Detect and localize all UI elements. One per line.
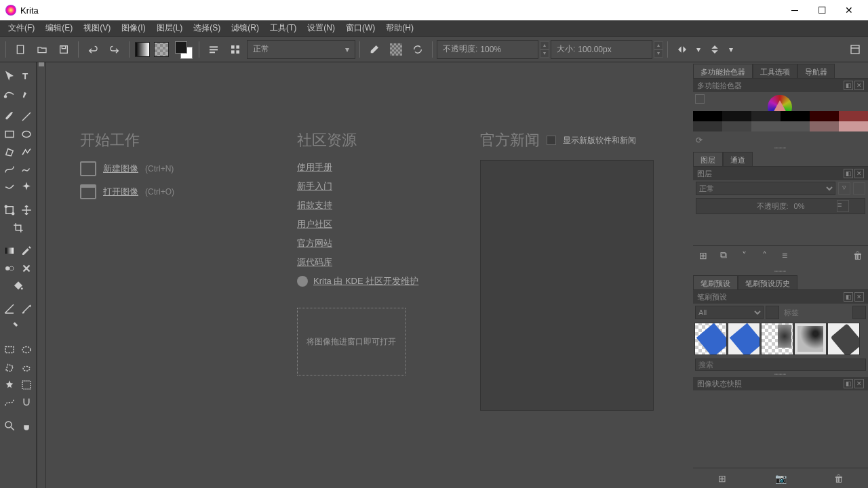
open-image-item[interactable]: 打开图像 (Ctrl+O) xyxy=(80,184,256,199)
dock-float-button[interactable]: ◧ xyxy=(844,379,853,388)
mirror-v-button[interactable] xyxy=(705,39,725,60)
opacity-spinner[interactable]: ▴▾ xyxy=(540,41,549,58)
left-scrollbar[interactable] xyxy=(37,62,46,488)
dock-float-button[interactable]: ◧ xyxy=(844,81,853,90)
dock-close-button[interactable]: ✕ xyxy=(854,169,864,178)
tool-bezier[interactable] xyxy=(1,161,18,178)
tool-select-rect[interactable] xyxy=(1,342,18,358)
tab-brush-history[interactable]: 笔刷预设历史 xyxy=(738,275,797,289)
tool-freehand-path[interactable] xyxy=(19,161,35,178)
tab-tool-options[interactable]: 工具选项 xyxy=(753,64,797,78)
size-slider[interactable]: 大小:100.00px xyxy=(551,40,652,59)
layer-filter-icon[interactable]: ▿ xyxy=(838,182,850,195)
dock-close-button[interactable]: ✕ xyxy=(854,292,864,302)
layer-opacity-slider[interactable]: 不透明度:0% ≡ xyxy=(696,198,865,214)
mirror-h-dropdown[interactable]: ▾ xyxy=(694,39,703,60)
new-file-button[interactable] xyxy=(10,39,31,60)
brush-storage-icon[interactable] xyxy=(852,306,866,319)
drop-zone[interactable]: 将图像拖进窗口即可打开 xyxy=(297,308,406,375)
layer-down-button[interactable]: ˅ xyxy=(738,249,750,262)
dock-close-button[interactable]: ✕ xyxy=(854,379,864,388)
tool-fill[interactable] xyxy=(10,278,26,294)
menu-edit[interactable]: 编辑(E) xyxy=(40,20,78,36)
tool-zoom[interactable] xyxy=(1,418,18,434)
layer-menu-icon[interactable]: ≡ xyxy=(837,200,849,212)
link-kde[interactable]: Krita 由 KDE 社区开发维护 xyxy=(313,275,418,287)
tool-transform[interactable] xyxy=(1,202,18,218)
duplicate-layer-button[interactable]: ⧉ xyxy=(717,249,730,262)
workspace-button[interactable] xyxy=(845,39,865,60)
menu-view[interactable]: 视图(V) xyxy=(78,20,116,36)
brush-tag-filter[interactable]: All xyxy=(695,306,764,319)
tab-channels[interactable]: 通道 xyxy=(723,152,753,166)
tool-line[interactable] xyxy=(19,108,35,125)
brush-preset-thumb[interactable] xyxy=(694,323,727,355)
tool-select-freehand[interactable] xyxy=(19,359,35,375)
menu-window[interactable]: 窗口(W) xyxy=(340,20,380,36)
redo-button[interactable] xyxy=(104,39,125,60)
link-website[interactable]: 官方网站 xyxy=(297,237,439,249)
brush-search-input[interactable] xyxy=(695,359,866,371)
color-list-icon[interactable] xyxy=(695,94,705,104)
mirror-v-dropdown[interactable]: ▾ xyxy=(726,39,736,60)
tool-multibrush[interactable] xyxy=(19,179,35,195)
snapshot-add-button[interactable]: ⊞ xyxy=(715,471,730,486)
menu-tools[interactable]: 工具(T) xyxy=(264,20,302,36)
tab-navigator[interactable]: 导航器 xyxy=(797,64,835,78)
pattern-button[interactable] xyxy=(153,39,170,60)
brush-preset-thumb[interactable] xyxy=(728,323,760,355)
tool-text[interactable]: T xyxy=(19,68,35,84)
dock-resize-handle[interactable]: ┅┅┅ xyxy=(693,371,868,377)
new-image-item[interactable]: 新建图像 (Ctrl+N) xyxy=(80,161,256,176)
menu-filter[interactable]: 滤镜(R) xyxy=(226,20,264,36)
brush-preset-thumb[interactable] xyxy=(794,323,827,355)
tool-select-bezier[interactable] xyxy=(1,394,18,411)
tool-colorize[interactable] xyxy=(1,260,18,277)
tool-color-picker[interactable] xyxy=(19,243,35,259)
tool-pan[interactable] xyxy=(19,418,35,434)
tool-calligraphy[interactable] xyxy=(19,85,35,102)
opacity-slider[interactable]: 不透明度:100% xyxy=(437,40,538,59)
brush-preset-thumb[interactable] xyxy=(827,323,860,355)
tool-dynamic-brush[interactable] xyxy=(1,179,18,195)
dock-float-button[interactable]: ◧ xyxy=(844,169,853,178)
tool-select-contiguous[interactable] xyxy=(1,377,18,393)
brush-preset-button[interactable] xyxy=(225,39,245,60)
dock-resize-handle[interactable]: ┅┅┅ xyxy=(693,268,868,274)
link-source[interactable]: 源代码库 xyxy=(297,256,439,268)
add-layer-button[interactable]: ⊞ xyxy=(697,249,709,262)
blend-mode-dropdown[interactable]: 正常▾ xyxy=(247,40,355,59)
tool-brush[interactable] xyxy=(1,108,18,125)
layer-blend-dropdown[interactable]: 正常 xyxy=(696,182,835,195)
dock-resize-handle[interactable]: ┅┅┅ xyxy=(693,145,868,150)
tool-assistant[interactable] xyxy=(1,301,18,317)
link-getting-started[interactable]: 新手入门 xyxy=(297,180,439,192)
layer-up-button[interactable]: ˄ xyxy=(758,249,770,262)
tool-gradient[interactable] xyxy=(1,243,18,259)
close-button[interactable]: ✕ xyxy=(835,0,863,20)
tool-polygon[interactable] xyxy=(1,144,18,160)
menu-file[interactable]: 文件(F) xyxy=(3,20,40,36)
snapshot-delete-button[interactable]: 🗑 xyxy=(831,471,846,486)
menu-select[interactable]: 选择(S) xyxy=(188,20,226,36)
tool-ellipse[interactable] xyxy=(19,126,35,142)
tool-reference[interactable] xyxy=(10,319,26,335)
color-swatch-button[interactable] xyxy=(172,39,195,60)
tab-brush-presets[interactable]: 笔刷预设 xyxy=(693,275,738,289)
minimize-button[interactable]: ─ xyxy=(781,0,808,20)
dock-close-button[interactable]: ✕ xyxy=(854,81,864,90)
tool-select-ellipse[interactable] xyxy=(19,342,35,358)
menu-help[interactable]: 帮助(H) xyxy=(380,20,419,36)
mirror-h-button[interactable] xyxy=(672,39,692,60)
eraser-mode-button[interactable] xyxy=(364,39,384,60)
refresh-icon[interactable]: ⟳ xyxy=(696,136,703,145)
brush-preset-thumb[interactable] xyxy=(761,323,793,355)
size-spinner[interactable]: ▴▾ xyxy=(654,41,663,58)
tab-color-picker[interactable]: 多功能拾色器 xyxy=(693,64,753,78)
link-manual[interactable]: 使用手册 xyxy=(297,161,439,174)
tool-rectangle[interactable] xyxy=(1,126,18,142)
tool-polyline[interactable] xyxy=(19,144,35,160)
alpha-lock-button[interactable] xyxy=(386,39,406,60)
layer-properties-button[interactable]: ≡ xyxy=(778,249,791,262)
gradient-button[interactable] xyxy=(134,39,151,60)
